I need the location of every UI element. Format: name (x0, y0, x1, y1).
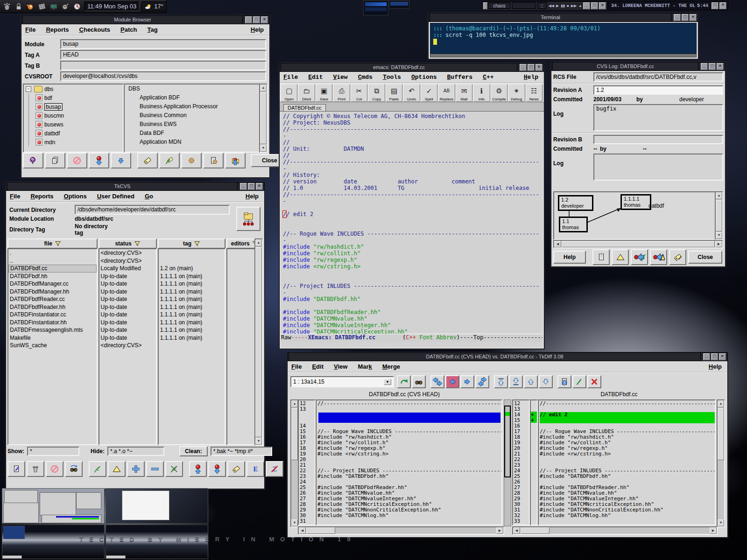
mb-button-import[interactable] (225, 153, 246, 168)
chaos-menu-button[interactable] (483, 2, 487, 9)
emacs-minibuffer[interactable] (281, 342, 543, 347)
scroll-down-arrow-icon[interactable]: ▼ (716, 232, 722, 239)
tkcvs-button-remove-minus[interactable] (146, 461, 164, 477)
tree-item-busews[interactable]: busews (24, 120, 123, 129)
diff-map[interactable] (504, 399, 511, 526)
tree-item-bdf[interactable]: bdf (24, 93, 123, 102)
emacs-close-button[interactable]: × (536, 64, 543, 71)
right-pane-scrollbar[interactable]: ▲ ▼ (717, 399, 725, 527)
tkcvs-column-header-status[interactable]: status (99, 238, 157, 249)
scroll-down-arrow-icon[interactable]: ▼ (718, 519, 724, 526)
graph-hscrollbar[interactable]: ◀ ▶ (553, 240, 723, 248)
tkcvs-cell-tag[interactable] (159, 342, 225, 350)
mb-field-cvsroot-input[interactable]: developer@localhost:/cvs/dbs (60, 71, 266, 81)
module-description[interactable]: Data BDF (127, 129, 264, 138)
tkcvs-cell-status[interactable]: <directory:CVS> (99, 249, 156, 257)
tkcvs-cell-file[interactable]: .. (8, 257, 97, 265)
chaos-minimize-button[interactable]: _ (583, 2, 590, 9)
emacs-toolbar-open[interactable]: ▢Open (281, 84, 297, 102)
tkdiff-tool-swap-diff[interactable] (475, 375, 489, 388)
tkcvs-cell-tag[interactable]: 1.1.1.1 on (main) (159, 319, 225, 327)
tree-collapse-icon[interactable]: − (26, 86, 31, 92)
tkcvs-cell-file[interactable]: DATBDFinstantiator.hh (8, 319, 97, 327)
mb-field-tag-b-input[interactable] (60, 61, 266, 70)
tkcvs-button-diff-triangle[interactable] (108, 461, 126, 477)
tkcvs-cell-status[interactable]: <directory:CVS> (99, 342, 156, 350)
mb-button-patch-doc[interactable] (203, 153, 224, 168)
cvslog-button-diff-rev[interactable] (650, 249, 667, 265)
mb-button-tag[interactable] (137, 153, 158, 168)
module-browser-launch-button[interactable] (236, 207, 261, 231)
emacs-toolbar-save[interactable]: ▣Save (316, 84, 332, 102)
tkcvs-cell-status[interactable]: Up-to-date (99, 288, 156, 296)
tkcvs-cell-tag[interactable]: 1.1.1.1 on (main) (159, 326, 225, 334)
scroll-left-arrow-icon[interactable]: ◀ (513, 527, 520, 534)
scroll-up-arrow-icon[interactable]: ▲ (291, 400, 298, 407)
mb-button-checkout[interactable] (89, 153, 109, 168)
mb-button-browse-ball[interactable]: ? (23, 153, 43, 168)
module-desc-scrollbar[interactable]: ▲ ▼ (259, 84, 268, 153)
mb-button-stop[interactable] (67, 153, 87, 168)
revision-node-1-1[interactable]: 1.1thomas (559, 217, 588, 232)
module-description[interactable]: Business EWS (127, 120, 264, 129)
tkdiff-minimize-button[interactable]: _ (703, 353, 710, 360)
tkcvs-cell-status[interactable]: Up-to-date (99, 326, 156, 334)
tkcvs-button-unedit[interactable]: Z (266, 461, 283, 477)
filter-funnel-icon[interactable] (134, 241, 140, 246)
emacs-minimize-button[interactable]: _ (520, 64, 527, 71)
mini-monitor-panel[interactable] (363, 0, 388, 15)
chaos-eject-button[interactable]: ▲ (578, 4, 582, 8)
tkdiff-tool-down-diff[interactable] (539, 375, 553, 388)
show-input[interactable]: * (27, 447, 79, 456)
tkcvs-cell-file[interactable]: SunWS_cache (8, 342, 97, 350)
tkdiff-menu-file[interactable]: File (291, 363, 302, 370)
mb-button-docs[interactable] (45, 153, 65, 168)
tkcvs-menu-reports[interactable]: Reports (30, 193, 53, 200)
tkcvs-cell-file[interactable]: Makefile (8, 334, 97, 342)
emacs-menu-file[interactable]: File (283, 74, 298, 81)
cvslog-close-button[interactable]: Close (688, 251, 722, 264)
mb-button-export[interactable] (111, 153, 131, 168)
tkcvs-titlebar[interactable]: TkCVS _ □ × (6, 182, 264, 191)
tkcvs-cell-tag[interactable]: 1.1.1.1 on (main) (159, 334, 225, 342)
scroll-thumb[interactable] (718, 408, 724, 460)
mb-field-module-input[interactable]: busap (60, 39, 266, 49)
module-description[interactable]: Application MDN (127, 138, 264, 147)
tkcvs-column-header-tag[interactable]: tag (158, 238, 226, 249)
tkcvs-minimize-button[interactable]: _ (240, 183, 247, 190)
clean-button[interactable]: Clean: (179, 446, 208, 456)
tkdiff-tool-merge-lr[interactable] (430, 375, 444, 388)
emacs-toolbar-print[interactable]: ⎙Print (333, 84, 350, 102)
tkcvs-cell-file[interactable]: DATBDFbdfReader.cc (8, 295, 97, 303)
tkcvs-button-binoc-refresh[interactable] (65, 461, 83, 477)
emacs-titlebar[interactable]: emacs: DATBDFbdf.cc _ □ × (280, 63, 544, 72)
scroll-thumb[interactable] (562, 241, 715, 247)
scroll-thumb[interactable] (716, 200, 722, 231)
chaos-maximize-button[interactable]: □ (591, 2, 598, 9)
cvslog-help-button[interactable]: Help (553, 251, 586, 264)
scroll-down-arrow-icon[interactable]: ▼ (255, 438, 262, 445)
emacs-menu-view[interactable]: View (333, 74, 347, 81)
chaos-pause-button[interactable]: ▮▮ (561, 4, 565, 8)
tkcvs-cell-file[interactable]: . (8, 249, 97, 257)
tkcvs-cell-tag[interactable]: 1.2 on (main) (159, 265, 225, 273)
tkdiff-tool-rediff[interactable] (397, 375, 411, 388)
emacs-buffer-tab[interactable]: DATBDFbdf.cc (283, 104, 326, 111)
tkdiff-tool-last-diff[interactable] (509, 375, 523, 388)
tkcvs-cell-file[interactable]: DATBDFinstantiator.cc (8, 311, 97, 319)
emacs-toolbar-paste[interactable]: ▤Paste (386, 84, 402, 102)
tkdiff-tool-next-diff[interactable] (460, 375, 474, 388)
tkcvs-menu-user-defined[interactable]: User Defined (97, 193, 134, 200)
filter-funnel-icon[interactable] (55, 241, 61, 246)
emacs-maximize-button[interactable]: □ (528, 64, 535, 71)
tree-item-busap[interactable]: busap (24, 102, 123, 111)
tkcvs-column-header-file[interactable]: file (7, 238, 98, 249)
tkdiff-menu-merge[interactable]: Merge (382, 363, 400, 370)
scroll-up-arrow-icon[interactable]: ▲ (255, 239, 262, 246)
tkcvs-cell-tag[interactable] (159, 257, 225, 265)
cvslog-button-diff-triangle[interactable] (612, 249, 629, 265)
scroll-up-arrow-icon[interactable]: ▲ (260, 84, 267, 91)
emacs-toolbar-debug[interactable]: ✴Debug (508, 84, 525, 102)
hide-input[interactable]: *.a *.o *~ (107, 447, 164, 456)
scroll-left-arrow-icon[interactable]: ◀ (299, 527, 306, 534)
